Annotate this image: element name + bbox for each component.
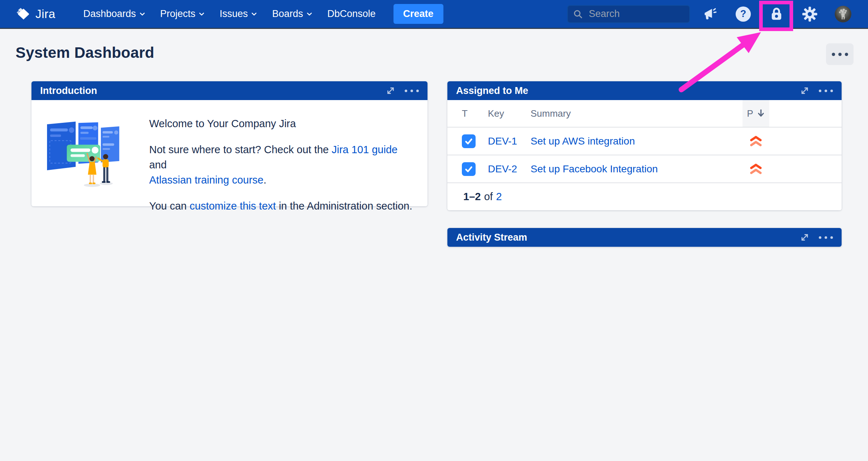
svg-text:?: ? — [740, 8, 746, 19]
highest-priority-icon — [743, 135, 769, 147]
lock-icon — [769, 7, 784, 22]
text: You can — [149, 200, 190, 212]
chevron-down-icon — [251, 12, 257, 16]
dot — [832, 53, 835, 56]
menu-boards[interactable]: Boards — [264, 0, 320, 28]
page-title: System Dashboard — [16, 44, 154, 61]
menu-boards-label: Boards — [272, 8, 303, 20]
text: and — [149, 159, 166, 171]
text: . — [263, 174, 266, 186]
text: in the Administration section. — [276, 200, 412, 212]
table-row: DEV-2 Set up Facebook Integration — [447, 155, 842, 182]
chevron-down-icon — [199, 12, 204, 16]
column-type[interactable]: T — [462, 108, 488, 119]
column-summary[interactable]: Summary — [531, 108, 743, 119]
chevron-down-icon — [140, 12, 145, 16]
task-checkbox-icon — [462, 134, 476, 148]
jira-logo-text: Jira — [35, 7, 55, 21]
task-checkbox-icon — [462, 162, 476, 176]
introduction-gadget-body: Welcome to Your Company Jira Not sure wh… — [31, 100, 427, 206]
dot — [845, 53, 848, 56]
search-box[interactable] — [567, 5, 690, 23]
menu-dbconsole[interactable]: DbConsole — [320, 0, 383, 28]
avatar-image — [835, 6, 851, 22]
welcome-line: Welcome to Your Company Jira — [149, 116, 413, 131]
settings-button[interactable] — [801, 6, 818, 22]
create-button[interactable]: Create — [393, 4, 443, 24]
getting-started-line: Not sure where to start? Check out the J… — [149, 142, 413, 188]
menu-issues[interactable]: Issues — [212, 0, 264, 28]
column-priority-label: P — [747, 108, 753, 119]
main-menu: Dashboards Projects Issues Boards DbCons… — [76, 0, 383, 28]
search-input[interactable] — [588, 8, 684, 20]
gadget-menu-icon[interactable] — [405, 90, 419, 92]
jira-101-guide-link[interactable]: Jira 101 guide — [332, 144, 397, 155]
gadget-tools — [799, 232, 833, 243]
introduction-gadget-header[interactable]: Introduction — [31, 81, 427, 100]
pagination: 1–2 of 2 — [447, 182, 842, 210]
pagination-of: of — [484, 191, 493, 203]
introduction-text: Welcome to Your Company Jira Not sure wh… — [149, 112, 413, 206]
gadget-menu-icon[interactable] — [819, 236, 833, 239]
menu-issues-label: Issues — [220, 8, 248, 20]
assigned-to-me-gadget-body: T Key Summary P DEV-1 Set up AWS integra… — [447, 100, 842, 210]
menu-dashboards-label: Dashboards — [83, 8, 136, 20]
column-key[interactable]: Key — [488, 108, 531, 119]
welcome-illustration — [42, 112, 127, 197]
expand-icon[interactable] — [799, 85, 810, 96]
assigned-to-me-gadget-header[interactable]: Assigned to Me — [447, 81, 842, 100]
activity-stream-gadget-title: Activity Stream — [456, 232, 527, 243]
gadget-tools — [799, 85, 833, 96]
lock-button[interactable] — [768, 6, 785, 22]
expand-icon[interactable] — [385, 85, 396, 96]
introduction-gadget: Introduction — [31, 81, 427, 206]
pagination-total-link[interactable]: 2 — [496, 191, 502, 203]
text: Not sure where to start? Check out the — [149, 144, 332, 155]
assigned-to-me-gadget-title: Assigned to Me — [456, 85, 528, 96]
menu-dbconsole-label: DbConsole — [327, 8, 376, 20]
search-icon — [573, 9, 583, 19]
customize-this-text-link[interactable]: customize this text — [190, 200, 276, 212]
activity-stream-gadget-header[interactable]: Activity Stream — [447, 228, 842, 247]
activity-stream-gadget: Activity Stream — [447, 228, 842, 247]
chevron-down-icon — [307, 12, 312, 16]
assigned-to-me-gadget: Assigned to Me T Key Summary P — [447, 81, 842, 210]
gear-icon — [802, 6, 818, 22]
introduction-gadget-title: Introduction — [40, 85, 97, 96]
atlassian-training-course-link[interactable]: Atlassian training course — [149, 174, 263, 186]
navbar: Jira Dashboards Projects Issues Boards D… — [0, 0, 868, 29]
help-icon: ? — [735, 6, 752, 22]
table-row: DEV-1 Set up AWS integration — [447, 127, 842, 155]
issue-table-header: T Key Summary P — [447, 100, 842, 127]
pagination-range: 1–2 — [463, 191, 481, 203]
highest-priority-icon — [743, 163, 769, 175]
menu-projects[interactable]: Projects — [153, 0, 212, 28]
gadget-tools — [385, 85, 419, 96]
megaphone-icon — [703, 8, 716, 21]
issue-summary-link[interactable]: Set up Facebook Integration — [531, 163, 743, 175]
user-avatar[interactable] — [835, 6, 851, 22]
column-priority[interactable]: P — [743, 100, 769, 127]
issue-key-link[interactable]: DEV-1 — [488, 135, 531, 147]
menu-dashboards[interactable]: Dashboards — [76, 0, 153, 28]
issue-summary-link[interactable]: Set up AWS integration — [531, 135, 743, 147]
dot — [838, 53, 842, 56]
jira-logo[interactable]: Jira — [16, 7, 55, 22]
issue-key-link[interactable]: DEV-2 — [488, 163, 531, 175]
gadget-menu-icon[interactable] — [819, 90, 833, 92]
navbar-icons: ? — [702, 6, 851, 22]
jira-logo-icon — [16, 7, 31, 22]
sort-descending-icon — [757, 109, 765, 118]
announcements-button[interactable] — [702, 6, 718, 22]
expand-icon[interactable] — [799, 232, 810, 243]
dashboard-more-button[interactable] — [826, 43, 854, 65]
menu-projects-label: Projects — [160, 8, 196, 20]
help-button[interactable]: ? — [735, 6, 752, 22]
customize-line: You can customize this text in the Admin… — [149, 198, 413, 214]
